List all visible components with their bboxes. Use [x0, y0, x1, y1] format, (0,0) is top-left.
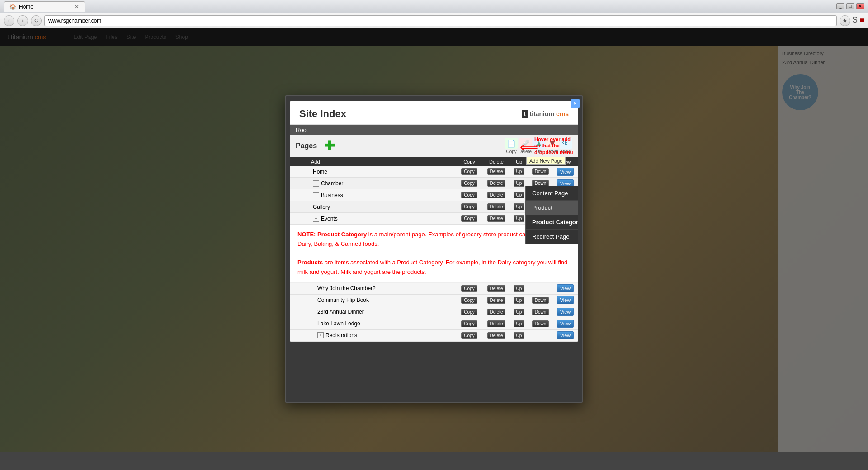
copy-button[interactable]: Copy [461, 332, 477, 339]
down-button[interactable]: Down [532, 297, 549, 304]
row-indent [292, 171, 310, 173]
up-button[interactable]: Up [514, 215, 525, 222]
menu-icon[interactable]: ■ [859, 15, 864, 26]
back-button[interactable]: ‹ [4, 15, 14, 26]
dropdown-product[interactable]: Product [526, 201, 578, 215]
whyjoin-label: Why Join the Chamber? [317, 285, 376, 291]
expand-icon[interactable]: + [313, 192, 319, 198]
modal-title: Site Index [299, 108, 346, 120]
expand-icon[interactable]: + [313, 180, 319, 187]
arrow-hover-icon: ⟸ [520, 140, 538, 155]
forward-button[interactable]: › [17, 15, 28, 26]
gallery-label: Gallery [313, 204, 330, 210]
dropdown-container: Content Page Product Product Category Re… [290, 166, 578, 225]
copy-icon[interactable]: 📄 [505, 138, 518, 149]
copy-button[interactable]: Copy [461, 180, 477, 187]
browser-chrome: 🏠 Home ✕ _ □ ✕ ‹ › ↻ ★ S ■ [0, 0, 868, 28]
th-up: Up [510, 158, 528, 166]
view-button[interactable]: View [557, 331, 574, 339]
up-button[interactable]: Up [514, 180, 525, 187]
view-button[interactable]: View [557, 320, 574, 328]
dinner-label: 23rd Annual Dinner [317, 309, 364, 315]
product-category-link[interactable]: Product Category [317, 231, 367, 238]
add-page-button[interactable]: ✚ [322, 140, 336, 152]
up-button[interactable]: Up [514, 203, 525, 210]
address-bar[interactable] [44, 15, 837, 26]
home-label: Home [313, 169, 327, 175]
tab-close-icon[interactable]: ✕ [75, 4, 79, 10]
down-button[interactable]: Down [532, 168, 549, 175]
up-button[interactable]: Up [514, 285, 525, 292]
row-flipbook-name: Community Flip Book [310, 296, 456, 304]
delete-button[interactable]: Delete [487, 332, 506, 339]
table-row: Home Copy Delete Up Down View [290, 166, 578, 178]
bookmark-icon[interactable]: ★ [840, 15, 850, 26]
browser-titlebar: 🏠 Home ✕ _ □ ✕ [0, 0, 868, 13]
modal-close-button[interactable]: × [571, 99, 580, 108]
modal-overlay: × Site Index t titanium cms Root Pages ✚… [0, 28, 868, 470]
refresh-button[interactable]: ↻ [31, 15, 42, 26]
copy-button[interactable]: Copy [461, 297, 477, 304]
modal-header: Site Index t titanium cms [290, 101, 578, 125]
window-controls: _ □ ✕ [836, 3, 864, 9]
view-button[interactable]: View [557, 296, 574, 304]
browser-tab[interactable]: 🏠 Home ✕ [4, 1, 85, 12]
view-button[interactable]: View [557, 168, 574, 176]
row-indent [292, 183, 310, 184]
delete-button[interactable]: Delete [487, 203, 506, 210]
delete-button[interactable]: Delete [487, 192, 506, 198]
view-button[interactable]: View [557, 308, 574, 316]
th-blank [290, 158, 308, 166]
logo-titanium-text: titanium [530, 110, 554, 118]
copy-button[interactable]: Copy [461, 320, 477, 327]
delete-button[interactable]: Delete [487, 215, 506, 222]
delete-button[interactable]: Delete [487, 180, 506, 187]
delete-button[interactable]: Delete [487, 168, 506, 175]
pages-label: Pages [296, 142, 317, 150]
copy-button[interactable]: Copy [461, 285, 477, 292]
up-button[interactable]: Up [514, 168, 525, 175]
minimize-button[interactable]: _ [836, 3, 844, 9]
copy-button[interactable]: Copy [461, 309, 477, 315]
copy-label: Copy [506, 149, 516, 154]
table-row: Why Join the Chamber? Copy Delete Up Vie… [290, 283, 578, 295]
row-indent [292, 218, 310, 220]
view-button[interactable]: View [557, 284, 574, 292]
delete-button[interactable]: Delete [487, 309, 506, 315]
delete-button[interactable]: Delete [487, 285, 506, 292]
delete-button[interactable]: Delete [487, 320, 506, 327]
up-button[interactable]: Up [514, 332, 525, 339]
row-home-up: Up [510, 167, 528, 176]
copy-button[interactable]: Copy [461, 168, 477, 175]
delete-button[interactable]: Delete [487, 297, 506, 304]
tab-title: Home [19, 4, 33, 10]
tab-favicon: 🏠 [9, 4, 16, 10]
titanium-cms-logo: t titanium cms [522, 110, 569, 118]
row-lodge-name: Lake Lawn Lodge [310, 320, 456, 328]
add-page-dropdown: Content Page Product Product Category Re… [525, 186, 578, 244]
down-button[interactable]: Down [532, 320, 549, 327]
browser-navbar: ‹ › ↻ ★ S ■ [0, 13, 868, 28]
copy-button[interactable]: Copy [461, 192, 477, 198]
site-index-modal: × Site Index t titanium cms Root Pages ✚… [285, 95, 583, 403]
expand-icon[interactable]: + [317, 332, 324, 338]
products-link[interactable]: Products [297, 259, 323, 266]
dropdown-product-category[interactable]: Product Category [526, 215, 578, 230]
copy-icon-cell: 📄 Copy [505, 138, 518, 154]
row-home-name: Home [310, 168, 456, 176]
logo-cms-text: cms [556, 110, 569, 118]
copy-button[interactable]: Copy [461, 203, 477, 210]
maximize-button[interactable]: □ [846, 3, 854, 9]
up-button[interactable]: Up [514, 309, 525, 315]
up-button[interactable]: Up [514, 320, 525, 327]
close-button[interactable]: ✕ [856, 3, 864, 9]
dropdown-redirect-page[interactable]: Redirect Page [526, 230, 578, 244]
dropdown-content-page[interactable]: Content Page [526, 186, 578, 201]
row-indent [292, 206, 310, 208]
up-button[interactable]: Up [514, 192, 525, 198]
lodge-label: Lake Lawn Lodge [317, 320, 360, 327]
down-button[interactable]: Down [532, 309, 549, 315]
expand-icon[interactable]: + [313, 216, 319, 222]
copy-button[interactable]: Copy [461, 215, 477, 222]
up-button[interactable]: Up [514, 297, 525, 304]
